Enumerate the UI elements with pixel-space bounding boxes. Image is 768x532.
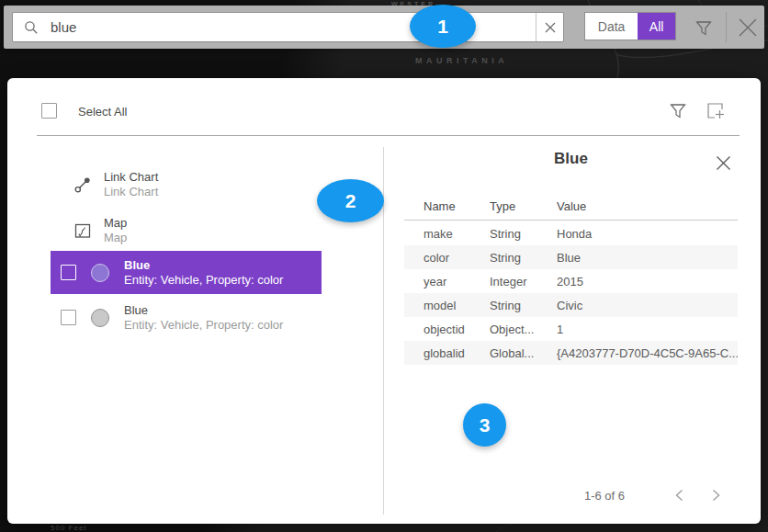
- cell-value: Blue: [557, 251, 738, 265]
- cell-type: Integer: [490, 275, 557, 289]
- attribute-table: make String Honda color String Blue year…: [404, 221, 738, 365]
- map-label-mauritania: MAURITANIA: [415, 56, 508, 65]
- item-title: Blue: [124, 258, 283, 273]
- cell-name: color: [424, 251, 490, 265]
- table-row: year Integer 2015: [404, 269, 738, 293]
- cell-value: Civic: [557, 299, 738, 312]
- detail-title: Blue: [404, 150, 738, 168]
- cell-value: Honda: [557, 227, 738, 241]
- detail-close-button[interactable]: [713, 153, 733, 173]
- scope-option-all[interactable]: All: [638, 13, 675, 40]
- select-all-checkbox[interactable]: [41, 103, 57, 119]
- annotation-callout-1: 1: [410, 5, 476, 48]
- item-title: Map: [104, 216, 127, 231]
- select-all-label: Select All: [78, 105, 127, 119]
- item-subtitle: Entity: Vehicle, Property: color: [124, 318, 283, 333]
- close-icon: [716, 155, 731, 171]
- close-search-button[interactable]: [735, 15, 761, 40]
- cell-type: String: [490, 299, 557, 312]
- attribute-table-header: Name Type Value: [404, 193, 738, 221]
- map-scale-label: 500 Feet: [51, 524, 87, 532]
- funnel-icon: [668, 100, 688, 120]
- cell-name: year: [424, 275, 490, 289]
- search-toolbar: blue Data All: [4, 6, 764, 49]
- funnel-icon: [694, 17, 714, 38]
- column-header-type: Type: [490, 199, 557, 213]
- column-header-value: Value: [557, 199, 738, 213]
- list-item-blue-selected[interactable]: Blue Entity: Vehicle, Property: color: [51, 251, 322, 294]
- list-item-blue[interactable]: Blue Entity: Vehicle, Property: color: [51, 296, 322, 339]
- pagination-prev-button[interactable]: [670, 486, 688, 504]
- search-clear-button[interactable]: [536, 13, 563, 41]
- cell-type: Object...: [490, 323, 557, 336]
- results-panel: Select All Link Chart Link Chart: [7, 78, 761, 524]
- table-row: model String Civic: [404, 293, 738, 317]
- entity-circle-icon: [91, 309, 109, 327]
- cell-type: Global...: [490, 346, 557, 360]
- item-checkbox[interactable]: [61, 265, 76, 280]
- item-checkbox[interactable]: [61, 310, 76, 325]
- table-row: objectid Object... 1: [404, 317, 738, 341]
- pagination-next-button[interactable]: [706, 486, 725, 504]
- search-icon: [24, 20, 39, 35]
- search-filter-button[interactable]: [693, 17, 715, 39]
- cell-name: model: [424, 299, 490, 312]
- toolbar-divider: [726, 12, 727, 42]
- item-title: Blue: [124, 303, 283, 318]
- close-icon: [737, 17, 759, 39]
- cell-value: 1: [557, 323, 738, 336]
- cell-type: String: [490, 251, 557, 265]
- annotation-callout-3: 3: [463, 403, 506, 447]
- table-row: globalid Global... {A4203777-D70D-4C5C-9…: [404, 341, 738, 365]
- item-subtitle: Entity: Vehicle, Property: color: [124, 273, 283, 288]
- add-to-selection-button[interactable]: [706, 100, 726, 120]
- pagination-label: 1-6 of 6: [559, 489, 650, 503]
- list-item-map[interactable]: Map Map: [51, 209, 322, 252]
- header-divider: [37, 135, 740, 136]
- list-item-link-chart[interactable]: Link Chart Link Chart: [51, 164, 322, 206]
- cell-value: {A4203777-D70D-4C5C-9A65-C...: [557, 346, 738, 360]
- cell-value: 2015: [557, 275, 738, 289]
- item-title: Link Chart: [104, 170, 158, 185]
- chevron-right-icon: [712, 489, 720, 502]
- search-scope-toggle: Data All: [584, 12, 676, 40]
- table-row: make String Honda: [404, 221, 738, 245]
- search-input[interactable]: blue: [12, 12, 564, 42]
- cell-name: objectid: [424, 323, 490, 336]
- map-icon: [73, 221, 92, 240]
- cell-name: globalid: [424, 346, 490, 360]
- item-subtitle: Link Chart: [104, 185, 158, 199]
- screen: WESTER MAURITANIA 500 Feet blue Data All…: [0, 0, 768, 532]
- table-row: color String Blue: [404, 245, 738, 269]
- item-subtitle: Map: [104, 231, 127, 245]
- scope-option-data[interactable]: Data: [585, 13, 638, 40]
- add-selection-icon: [706, 100, 726, 120]
- link-chart-icon: [73, 175, 92, 194]
- cell-type: String: [490, 227, 557, 241]
- cell-name: make: [424, 227, 490, 241]
- annotation-callout-2: 2: [317, 179, 384, 222]
- column-header-name: Name: [424, 199, 490, 213]
- entity-circle-icon: [91, 264, 109, 282]
- results-filter-button[interactable]: [668, 100, 688, 120]
- chevron-left-icon: [675, 489, 683, 502]
